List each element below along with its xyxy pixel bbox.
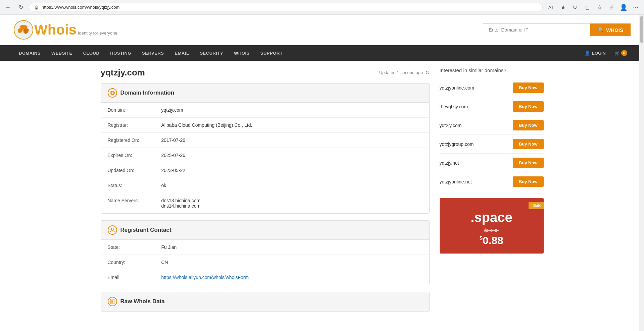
person-icon xyxy=(110,227,115,233)
state-row: State: Fu Jian xyxy=(101,240,429,255)
country-label: Country: xyxy=(108,260,161,265)
similar-domain-name: yqt2jy.com xyxy=(440,123,462,128)
nav-whois[interactable]: WHOIS xyxy=(229,45,255,61)
list-item: yqtzjyonline.net Buy Now xyxy=(440,172,544,191)
menu-icon[interactable]: ⋯ xyxy=(631,2,641,12)
sidebar: Interested in similar domains? yqtzjyonl… xyxy=(440,67,544,318)
sale-old-price: $24.88 xyxy=(446,228,537,233)
cart-badge: 0 xyxy=(621,50,627,56)
logo[interactable]: Whois Identity for everyone xyxy=(13,20,117,40)
nameservers-label: Name Servers: xyxy=(108,198,161,203)
content-area: yqtzjy.com Updated 1 second ago ↻ Domain… xyxy=(87,61,557,325)
nav-cloud[interactable]: CLOUD xyxy=(78,45,105,61)
expires-on-label: Expires On: xyxy=(108,153,161,158)
raw-whois-icon xyxy=(108,297,117,306)
domain-title: yqtzjy.com xyxy=(101,67,145,78)
nav-email[interactable]: EMAIL xyxy=(169,45,194,61)
registered-on-label: Registered On: xyxy=(108,137,161,143)
nav-website[interactable]: WEBSITE xyxy=(46,45,78,61)
domain-label: Domain: xyxy=(108,107,161,113)
logo-icon xyxy=(13,20,34,40)
shield-icon[interactable]: 🛡 xyxy=(570,2,580,12)
dollar-sign: $ xyxy=(480,235,483,241)
similar-domain-name: yqtzjyonline.net xyxy=(440,179,472,184)
nav-domains[interactable]: DOMAINS xyxy=(13,45,46,61)
scrollbar[interactable] xyxy=(639,15,644,325)
buy-now-button-1[interactable]: Buy Now xyxy=(513,101,544,112)
login-label: LOGIN xyxy=(592,51,606,56)
list-item: yqt2jy.com Buy Now xyxy=(440,116,544,135)
favorite-icon[interactable]: ★ xyxy=(558,2,568,12)
nameservers-value: dns13.hichina.com dns14.hichina.com xyxy=(161,198,201,209)
status-row: Status: ok xyxy=(101,178,429,193)
extension-icon[interactable]: ⚡ xyxy=(606,2,616,12)
lock-icon: 🔒 xyxy=(34,5,39,10)
list-item: theyqtzjy.com Buy Now xyxy=(440,97,544,116)
raw-whois-section: Raw Whois Data xyxy=(101,292,430,312)
domain-row: Domain: yqtzjy.com xyxy=(101,103,429,118)
whois-search-button[interactable]: 🔍 WHOIS xyxy=(590,23,631,36)
email-link[interactable]: https://whois.aliyun.com/whois/whoisForm xyxy=(161,275,249,280)
login-button[interactable]: 👤 LOGIN xyxy=(579,45,611,61)
search-input[interactable] xyxy=(483,23,590,36)
list-item: yqtzjy.net Buy Now xyxy=(440,154,544,172)
registrant-icon xyxy=(108,225,117,235)
logo-text: Whois xyxy=(34,22,77,38)
domain-info-section: Domain Information Domain: yqtzjy.com Re… xyxy=(101,83,430,214)
user-icon: 👤 xyxy=(585,51,590,56)
logo-tagline: Identity for everyone xyxy=(78,31,117,36)
registered-on-value: 2017-07-26 xyxy=(161,137,186,143)
registrant-section-title: Registrant Contact xyxy=(120,227,171,233)
buy-now-button-3[interactable]: Buy Now xyxy=(513,139,544,149)
registrant-header: Registrant Contact xyxy=(101,221,429,240)
raw-whois-header: Raw Whois Data xyxy=(101,292,429,311)
main-nav: DOMAINS WEBSITE CLOUD HOSTING SERVERS EM… xyxy=(0,45,644,61)
registrar-value: Alibaba Cloud Computing (Beijing) Co., L… xyxy=(161,122,252,128)
back-button[interactable]: ← xyxy=(3,3,13,12)
nav-servers[interactable]: SERVERS xyxy=(137,45,169,61)
domain-value: yqtzjy.com xyxy=(161,107,183,113)
registrant-info-table: State: Fu Jian Country: CN Email: https:… xyxy=(101,240,429,285)
nav-hosting[interactable]: HOSTING xyxy=(105,45,137,61)
domain-info-table: Domain: yqtzjy.com Registrar: Alibaba Cl… xyxy=(101,103,429,213)
tab-icon[interactable]: ▢ xyxy=(582,2,592,12)
sale-ribbon: Sale xyxy=(529,202,544,209)
svg-point-4 xyxy=(111,228,113,230)
domain-section-title: Domain Information xyxy=(120,90,175,96)
www-icon xyxy=(110,91,115,95)
updated-on-label: Updated On: xyxy=(108,168,161,173)
browser-icons: A↑ ★ 🛡 ▢ ☆ ⚡ 👤 ⋯ xyxy=(546,2,641,12)
reload-button[interactable]: ↻ xyxy=(16,3,26,12)
state-label: State: xyxy=(108,244,161,250)
cart-icon: 🛒 xyxy=(614,51,620,56)
nav-security[interactable]: SECURITY xyxy=(194,45,229,61)
main-content: yqtzjy.com Updated 1 second ago ↻ Domain… xyxy=(101,67,430,318)
buy-now-button-0[interactable]: Buy Now xyxy=(513,82,544,93)
nav-support[interactable]: SUPPORT xyxy=(255,45,288,61)
updated-on-value: 2023-05-22 xyxy=(161,168,186,173)
site-header: Whois Identity for everyone 🔍 WHOIS xyxy=(0,15,644,45)
scrollbar-thumb[interactable] xyxy=(640,16,643,43)
domain-section-icon xyxy=(108,88,117,98)
refresh-icon[interactable]: ↻ xyxy=(425,69,430,76)
country-row: Country: CN xyxy=(101,255,429,270)
profile-icon[interactable]: 👤 xyxy=(618,2,629,12)
list-item: yqtzjyonline.com Buy Now xyxy=(440,78,544,97)
search-icon: 🔍 xyxy=(598,27,604,33)
address-bar[interactable]: 🔒 https://www.whois.com/whois/yqtzjy.com xyxy=(29,3,543,11)
email-value: https://whois.aliyun.com/whois/whoisForm xyxy=(161,275,249,280)
buy-now-button-5[interactable]: Buy Now xyxy=(513,176,544,187)
update-status-text: Updated 1 second ago xyxy=(379,70,423,75)
search-btn-label: WHOIS xyxy=(606,27,623,33)
cart-button[interactable]: 🛒 0 xyxy=(611,45,631,61)
url-text: https://www.whois.com/whois/yqtzjy.com xyxy=(42,5,538,10)
state-value: Fu Jian xyxy=(161,244,177,250)
doc-icon xyxy=(110,299,115,304)
nameservers-row: Name Servers: dns13.hichina.com dns14.hi… xyxy=(101,193,429,213)
registrar-row: Registrar: Alibaba Cloud Computing (Beij… xyxy=(101,118,429,133)
bookmark-icon[interactable]: ☆ xyxy=(594,2,604,12)
buy-now-button-4[interactable]: Buy Now xyxy=(513,158,544,168)
buy-now-button-2[interactable]: Buy Now xyxy=(513,120,544,130)
sale-new-price-value: 0.88 xyxy=(483,234,503,246)
translate-icon[interactable]: A↑ xyxy=(546,2,556,12)
